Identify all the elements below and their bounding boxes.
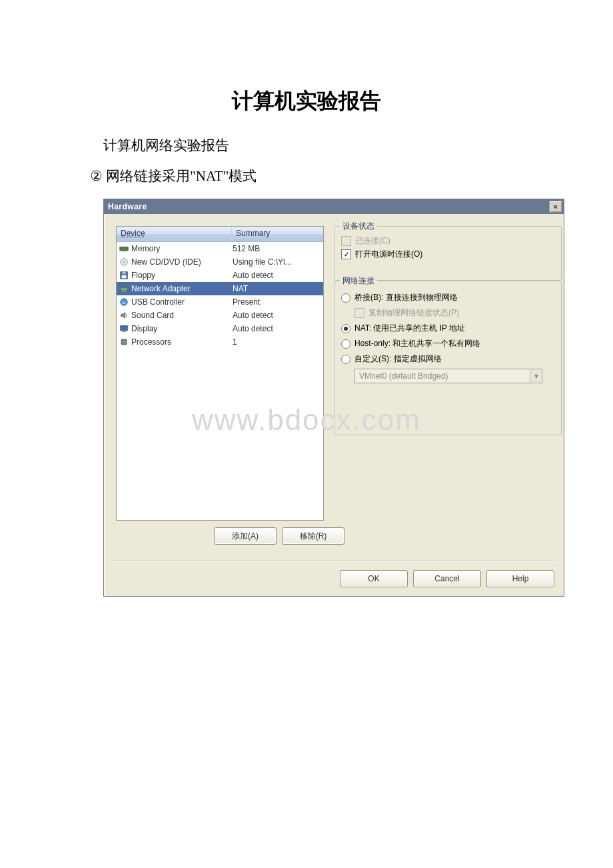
bridged-radio[interactable] <box>341 293 350 303</box>
bridged-label: 桥接(B): 直接连接到物理网络 <box>354 292 458 303</box>
hostonly-radio[interactable] <box>341 339 350 349</box>
vmnet-combo-value: VMnet0 (default Bridged) <box>355 371 530 381</box>
device-summary: Auto detect <box>229 271 323 280</box>
device-name: Processors <box>131 337 171 347</box>
connected-label: 已连接(C) <box>355 235 390 247</box>
list-item[interactable]: Memory 512 MB <box>117 242 323 255</box>
device-summary: Present <box>229 297 323 307</box>
vmnet-combo: VMnet0 (default Bridged) ▾ <box>354 369 542 383</box>
display-icon <box>119 324 129 333</box>
replicate-label: 复制物理网络链接状态(P) <box>368 307 459 319</box>
connected-checkbox <box>341 236 351 246</box>
network-connection-group: 网络连接 桥接(B): 直接连接到物理网络 复制物理网络链接状态(P) NAT:… <box>334 281 562 435</box>
usb-icon: U <box>119 297 129 307</box>
svg-rect-17 <box>122 340 127 345</box>
svg-rect-0 <box>120 247 128 250</box>
device-summary: 1 <box>229 337 323 347</box>
device-name: USB Controller <box>131 297 185 307</box>
instruction-text: 网络链接采用"NAT"模式 <box>106 168 257 184</box>
instruction-line: ② 网络链接采用"NAT"模式 <box>90 167 570 185</box>
list-item[interactable]: Network Adapter NAT <box>117 282 323 295</box>
network-connection-label: 网络连接 <box>340 275 377 287</box>
list-item[interactable]: Display Auto detect <box>117 322 323 335</box>
close-icon: × <box>554 203 558 211</box>
remove-button[interactable]: 移除(R) <box>282 527 344 545</box>
replicate-checkbox <box>354 308 364 318</box>
header-device[interactable]: Device <box>117 227 232 241</box>
svg-text:U: U <box>123 300 126 305</box>
svg-rect-7 <box>122 272 125 275</box>
header-summary[interactable]: Summary <box>232 227 323 241</box>
svg-rect-16 <box>122 331 127 332</box>
hardware-dialog: Hardware × Device Summary Memory <box>103 199 564 597</box>
device-name: Network Adapter <box>131 284 191 293</box>
device-name: Display <box>131 324 157 333</box>
list-item[interactable]: Floppy Auto detect <box>117 269 323 282</box>
device-summary: Using file C:\Yl... <box>229 257 323 267</box>
svg-rect-9 <box>121 287 128 290</box>
network-icon <box>119 284 129 293</box>
dialog-title: Hardware <box>108 202 549 211</box>
hostonly-label: Host-only: 和主机共享一个私有网络 <box>354 338 480 349</box>
svg-rect-3 <box>126 251 127 252</box>
svg-rect-2 <box>123 251 125 252</box>
custom-radio[interactable] <box>341 355 350 364</box>
device-name: Sound Card <box>131 311 174 320</box>
chevron-down-icon: ▾ <box>530 369 542 383</box>
list-item[interactable]: Processors 1 <box>117 335 323 349</box>
nat-radio[interactable] <box>341 324 350 333</box>
device-status-label: 设备状态 <box>340 221 377 232</box>
device-list[interactable]: Device Summary Memory 512 MB <box>116 226 324 521</box>
device-summary: Auto detect <box>229 311 323 320</box>
processor-icon <box>119 337 129 347</box>
list-item[interactable]: New CD/DVD (IDE) Using file C:\Yl... <box>117 255 323 269</box>
cancel-button[interactable]: Cancel <box>413 570 481 587</box>
dialog-titlebar: Hardware × <box>104 199 564 214</box>
list-item[interactable]: Sound Card Auto detect <box>117 309 323 322</box>
svg-rect-15 <box>123 331 125 332</box>
connect-on-power-label: 打开电源时连接(O) <box>355 249 422 260</box>
svg-rect-10 <box>122 291 123 292</box>
custom-label: 自定义(S): 指定虚拟网络 <box>354 353 442 365</box>
floppy-icon <box>119 271 129 280</box>
close-button[interactable]: × <box>549 201 562 213</box>
memory-icon <box>119 244 129 253</box>
svg-rect-8 <box>122 275 127 278</box>
dialog-body: Device Summary Memory 512 MB <box>104 214 564 596</box>
svg-rect-11 <box>125 291 126 292</box>
svg-point-5 <box>123 261 125 263</box>
add-button[interactable]: 添加(A) <box>214 527 277 545</box>
svg-rect-14 <box>121 326 128 331</box>
device-name: New CD/DVD (IDE) <box>131 257 201 267</box>
svg-rect-1 <box>121 251 123 252</box>
device-name: Floppy <box>131 271 155 280</box>
page-subtitle: 计算机网络实验报告 <box>103 136 570 155</box>
device-summary: NAT <box>229 284 323 293</box>
cd-icon <box>119 257 129 267</box>
connect-on-power-checkbox[interactable]: ✓ <box>341 249 351 259</box>
sound-icon <box>119 311 129 320</box>
separator <box>111 561 557 562</box>
device-name: Memory <box>131 244 160 253</box>
page-title: 计算机实验报告 <box>43 87 570 116</box>
device-status-group: 设备状态 已连接(C) ✓ 打开电源时连接(O) <box>334 226 562 281</box>
list-item[interactable]: U USB Controller Present <box>117 295 323 309</box>
instruction-marker: ② <box>90 168 103 185</box>
ok-button[interactable]: OK <box>340 570 408 587</box>
help-button[interactable]: Help <box>486 570 554 587</box>
device-summary: 512 MB <box>229 244 323 253</box>
device-summary: Auto detect <box>229 324 323 333</box>
device-list-header: Device Summary <box>117 227 323 242</box>
nat-label: NAT: 使用已共享的主机 IP 地址 <box>354 323 465 334</box>
